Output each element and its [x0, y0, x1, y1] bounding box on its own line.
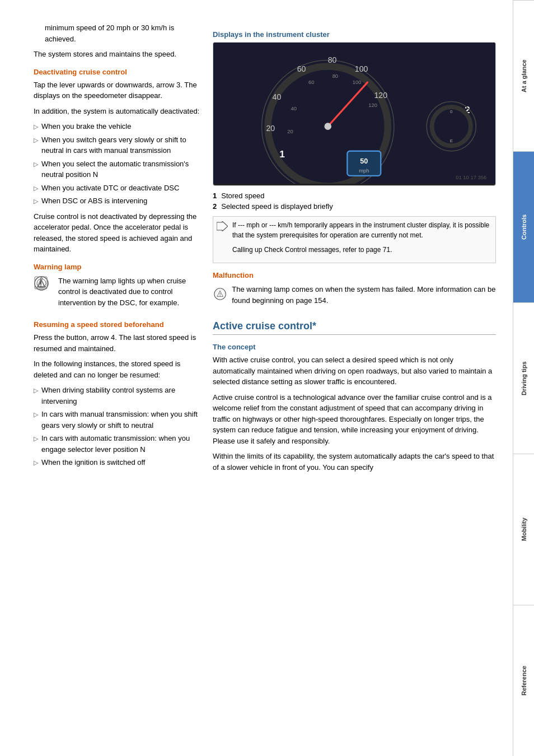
svg-text:mph: mph: [359, 167, 369, 174]
svg-point-6: [40, 285, 41, 286]
svg-text:20: 20: [287, 128, 293, 134]
svg-marker-34: [217, 221, 228, 231]
bullet-icon: ▷: [34, 434, 38, 444]
list-item: ▷In cars with automatic transmission: wh…: [34, 433, 202, 455]
note-box: If --- mph or --- km/h temporarily appea…: [213, 216, 496, 263]
page-container: minimum speed of 20 mph or 30 km/h is ac…: [0, 0, 534, 756]
deactivating-list: ▷When you brake the vehicle ▷When you sw…: [34, 121, 202, 207]
svg-text:40: 40: [273, 92, 282, 101]
list-item: ▷When you switch gears very slowly or sh…: [34, 134, 202, 156]
deactivating-para2: In addition, the system is automatically…: [34, 106, 202, 117]
concept-heading: The concept: [213, 343, 496, 351]
numbered-item-1: 1 Stored speed: [213, 192, 496, 200]
list-item: ▷When DSC or ABS is intervening: [34, 195, 202, 207]
resuming-heading: Resuming a speed stored beforehand: [34, 320, 202, 329]
active-cruise-para1: With active cruise control, you can sele…: [213, 354, 496, 388]
bullet-icon: ▷: [34, 184, 38, 193]
svg-text:80: 80: [328, 55, 337, 64]
svg-text:1: 1: [279, 148, 285, 160]
malfunction-text: The warning lamp comes on when the syste…: [232, 284, 496, 306]
note-main-text: If --- mph or --- km/h temporarily appea…: [232, 220, 492, 240]
list-item: ▷When you activate DTC or deactivate DSC: [34, 183, 202, 194]
resuming-list: ▷When driving stability control systems …: [34, 385, 202, 468]
displays-heading: Displays in the instrument cluster: [213, 30, 496, 39]
bullet-icon: ▷: [34, 136, 38, 145]
svg-text:60: 60: [297, 64, 306, 73]
bullet-icon: ▷: [34, 386, 38, 395]
deactivating-para3: Cruise control is not deactivated by dep…: [34, 211, 202, 255]
warning-lamp-text: The warning lamp lights up when cruise c…: [58, 276, 202, 309]
label-1: Stored speed: [221, 192, 264, 200]
svg-text:120: 120: [374, 91, 387, 100]
system-stores-text: The system stores and maintains the spee…: [34, 49, 202, 60]
svg-text:20: 20: [266, 124, 275, 133]
svg-text:120: 120: [368, 102, 377, 108]
list-item: ▷When driving stability control systems …: [34, 385, 202, 407]
active-cruise-para3: Within the limits of its capability, the…: [213, 451, 496, 473]
svg-text:50: 50: [360, 157, 368, 165]
right-column: Displays in the instrument cluster 40 20…: [213, 22, 496, 734]
list-item: ▷When you select the automatic transmiss…: [34, 158, 202, 180]
label-2: Selected speed is displayed briefly: [221, 202, 332, 211]
main-content: minimum speed of 20 mph or 30 km/h is ac…: [0, 0, 513, 756]
bullet-icon: ▷: [34, 197, 38, 206]
instrument-cluster-image: 40 20 60 80 100 120 40 20 60 80 100 120: [213, 42, 496, 186]
malfunction-box: The warning lamp comes on when the syste…: [213, 284, 496, 310]
svg-text:100: 100: [353, 79, 362, 85]
left-column: minimum speed of 20 mph or 30 km/h is ac…: [34, 22, 202, 734]
bullet-icon: ▷: [34, 160, 38, 169]
bullet-icon: ▷: [34, 458, 38, 468]
warning-lamp-icon: [34, 276, 54, 296]
deactivating-heading: Deactivating cruise control: [34, 68, 202, 76]
svg-point-37: [219, 295, 220, 296]
active-cruise-para2: Active cruise control is a technological…: [213, 392, 496, 447]
warning-lamp-heading: Warning lamp: [34, 263, 202, 271]
svg-text:60: 60: [308, 79, 315, 85]
num-1: 1: [213, 192, 217, 200]
svg-text:0: 0: [450, 109, 453, 114]
deactivating-para1: Tap the lever upwards or downwards, arro…: [34, 80, 202, 101]
list-item: ▷In cars with manual transmission: when …: [34, 409, 202, 431]
note-ref-text: Calling up Check Control messages, refer…: [232, 245, 492, 255]
note-arrow-icon: [217, 221, 228, 233]
malfunction-heading: Malfunction: [213, 271, 496, 279]
sidebar-tab-reference[interactable]: Reference: [513, 605, 534, 756]
active-cruise-title: Active cruise control*: [213, 320, 496, 335]
sidebar-tab-driving-tips[interactable]: Driving tips: [513, 302, 534, 454]
svg-text:01 10 17 356: 01 10 17 356: [456, 174, 486, 180]
bullet-icon: ▷: [34, 122, 38, 132]
list-item: ▷When the ignition is switched off: [34, 457, 202, 468]
svg-text:40: 40: [291, 105, 297, 111]
svg-text:E: E: [450, 138, 453, 143]
numbered-list: 1 Stored speed 2 Selected speed is displ…: [213, 192, 496, 211]
list-item: ▷When you brake the vehicle: [34, 121, 202, 132]
sidebar-tab-controls[interactable]: Controls: [513, 151, 534, 302]
sidebar-tab-at-a-glance[interactable]: At a glance: [513, 0, 534, 151]
numbered-item-2: 2 Selected speed is displayed briefly: [213, 202, 496, 211]
svg-text:100: 100: [355, 64, 368, 73]
resuming-para1: Press the button, arrow 4. The last stor…: [34, 332, 202, 354]
note-content: If --- mph or --- km/h temporarily appea…: [232, 220, 492, 259]
num-2: 2: [213, 202, 217, 211]
sidebar-tab-mobility[interactable]: Mobility: [513, 454, 534, 605]
malfunction-icon: [213, 284, 227, 304]
svg-point-23: [324, 123, 331, 130]
intro-text: minimum speed of 20 mph or 30 km/h is ac…: [34, 22, 202, 44]
bullet-icon: ▷: [34, 410, 38, 419]
resuming-para2: In the following instances, the stored s…: [34, 358, 202, 380]
warning-lamp-box: The warning lamp lights up when cruise c…: [34, 276, 202, 313]
right-sidebar: At a glance Controls Driving tips Mobili…: [513, 0, 534, 756]
svg-text:80: 80: [332, 73, 339, 79]
